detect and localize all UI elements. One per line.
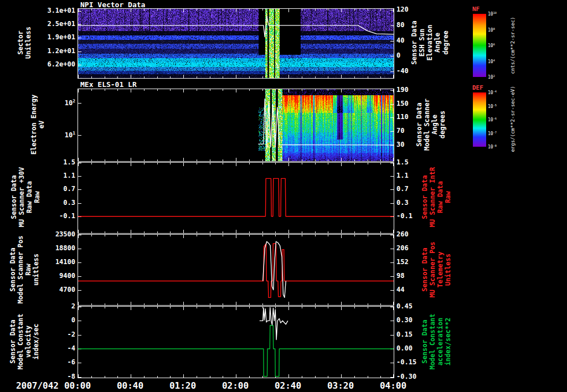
colorbar-tick-label: 104 <box>488 58 495 64</box>
y-tick-label: 206 <box>396 245 409 251</box>
colorbar-tick-label: 10-4 <box>488 90 497 96</box>
y-tick-label: 0.00 <box>396 345 413 352</box>
y-tick-label: -0.1 <box>396 213 413 219</box>
y-tick-label: 1.1 <box>38 172 75 179</box>
colorbar-def <box>473 92 486 147</box>
y-tick-label: 2 <box>38 303 75 310</box>
y-tick-label: 9400 <box>38 272 75 279</box>
x-tick-label: 02:00 <box>222 380 249 391</box>
y-tick-label: 30 <box>396 141 404 148</box>
panel1-title: NPI Vector Data <box>80 1 145 9</box>
colorbar-tick-label: 1010 <box>488 11 497 17</box>
colorbar-tick-label: 10-6 <box>488 117 497 123</box>
y-tick-label: 44 <box>396 286 404 293</box>
y-tick-label: -2 <box>38 331 75 338</box>
x-tick-label: 03:20 <box>327 380 354 391</box>
panel3-left-axis-label: Sensor Data MU Scanner +30V Raw Data Raw <box>10 167 42 227</box>
y-tick-label: 1.5 <box>38 159 75 166</box>
x-axis-date-label: 2007/042 <box>7 380 59 391</box>
y-tick-label: -0.30 <box>396 373 416 380</box>
y-tick-label: 0.7 <box>396 185 409 192</box>
panel1-plot-area <box>78 8 394 79</box>
y-tick-label: 0.3 <box>38 199 75 206</box>
panel4-plot-area <box>78 234 394 306</box>
x-tick-label: 00:40 <box>117 380 143 391</box>
y-tick-label: 4700 <box>38 286 75 293</box>
panel2-spectrogram-canvas <box>78 89 394 161</box>
colorbar-def-title: DEF <box>472 84 483 91</box>
x-tick-label: 00:00 <box>64 380 91 391</box>
colorbar-tick-label: 102 <box>488 74 495 80</box>
y-tick-label: 120 <box>396 6 409 13</box>
panel1-spectrogram-canvas <box>78 9 394 78</box>
panel2-right-axis-label: Sensor Data Model Scanner Angle degrees <box>415 99 447 151</box>
colorbar-tick-label: 10-5 <box>488 103 497 109</box>
y-tick-label: 2.5e+01 <box>38 20 75 27</box>
y-tick-label: 0 <box>396 52 400 59</box>
colorbar-tick-label: 10-7 <box>488 130 497 136</box>
y-tick-label: 1.2e+01 <box>38 48 75 54</box>
y-tick-label: 101 <box>38 131 75 138</box>
colorbar-tick-label: 108 <box>488 27 495 33</box>
y-tick-label: 70 <box>396 127 404 134</box>
y-tick-label: 110 <box>396 114 409 120</box>
y-tick-label: 0.45 <box>396 303 413 310</box>
y-tick-label: 260 <box>396 231 409 238</box>
y-tick-label: 1.1 <box>396 172 409 179</box>
panel4-right-axis-label: Sensor Data MU Scanner Pos Telemetry Uni… <box>421 241 452 297</box>
y-tick-label: 0.15 <box>396 331 413 338</box>
x-tick-label: 02:40 <box>275 380 301 391</box>
y-tick-label: 150 <box>396 100 409 107</box>
y-tick-label: -8 <box>38 373 75 380</box>
colorbar-tick-label: 10-8 <box>488 144 497 150</box>
colorbar-nf-unit-label: cnts/(cm**2-sr-sec) <box>510 17 516 74</box>
y-tick-label: 0.3 <box>396 199 409 206</box>
panel5-left-axis-label: Sensor Data Model Constant velocity inde… <box>9 313 40 369</box>
panel3-right-axis-label: Sensor Data MU Scanner IntR Raw Data Raw <box>421 167 452 227</box>
colorbar-nf-title: NF <box>472 6 480 13</box>
panel5-line-canvas <box>78 307 394 378</box>
panel3-plot-area <box>78 162 394 234</box>
colorbar-nf <box>473 14 486 77</box>
x-tick-label: 04:00 <box>380 380 406 391</box>
y-tick-label: -0.1 <box>38 213 75 219</box>
x-tick-label: 01:20 <box>169 380 196 391</box>
y-tick-label: 1.9e+01 <box>38 34 75 40</box>
panel5-plot-area <box>78 306 394 378</box>
y-tick-label: 102 <box>38 99 75 106</box>
panel4-line-canvas <box>78 235 394 305</box>
y-tick-label: 0.30 <box>396 317 413 323</box>
colorbar-tick-label: 106 <box>488 43 495 49</box>
panel1-right-axis-label: Sensor Data ESH Sun Elevation Angle degr… <box>410 20 450 64</box>
y-tick-label: -40 <box>396 68 409 74</box>
y-tick-label: 14100 <box>38 259 75 265</box>
y-tick-label: 18800 <box>38 245 75 251</box>
y-tick-label: 152 <box>396 259 409 265</box>
panel5-right-axis-label: Sensor Data Model Constant acceleration … <box>421 313 452 369</box>
y-tick-label: -6 <box>38 359 75 365</box>
y-tick-label: 1.5 <box>396 159 409 166</box>
y-tick-label: 23500 <box>38 231 75 238</box>
y-tick-label: 3.1e+01 <box>38 7 75 14</box>
y-tick-label: -4 <box>38 345 75 352</box>
y-tick-label: 0.7 <box>38 185 75 192</box>
y-tick-label: 6.2e+00 <box>38 61 75 68</box>
y-tick-label: 40 <box>396 37 404 44</box>
panel2-plot-area <box>78 89 394 162</box>
panel1-left-axis-label: Sector Unitless <box>17 27 32 59</box>
y-tick-label: 0 <box>38 317 75 323</box>
panel2-title: MEx ELS-01 LR <box>80 80 137 89</box>
panel3-line-canvas <box>78 163 394 233</box>
y-tick-label: 190 <box>396 86 409 93</box>
y-tick-label: 98 <box>396 272 404 279</box>
y-tick-label: 80 <box>396 22 404 28</box>
y-tick-label: -0.15 <box>396 359 416 365</box>
plot-window: NPI Vector Data MEx ELS-01 LR Sector Uni… <box>0 0 567 392</box>
panel4-left-axis-label: Sensor Data Model Scanner Pos Raw unitle… <box>9 236 40 304</box>
colorbar-def-unit-label: ergs/(cm**2-sr-sec-eV) <box>510 86 516 152</box>
